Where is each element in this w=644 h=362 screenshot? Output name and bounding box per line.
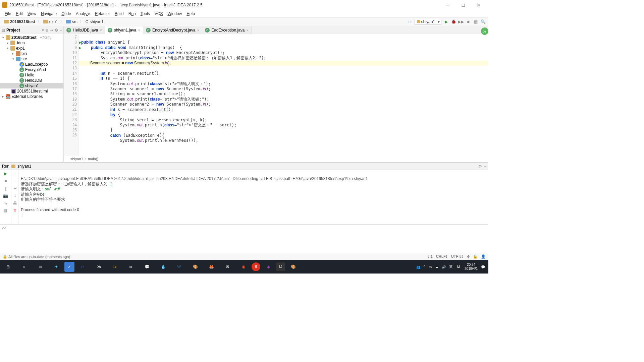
search-icon[interactable]: 🔍 [480, 19, 486, 24]
app-icon[interactable]: ✓ [64, 262, 74, 272]
app-icon[interactable]: 💧 [155, 260, 171, 274]
ime-mode[interactable]: M [456, 265, 461, 269]
app-icon[interactable]: ∞ [123, 260, 139, 274]
stop-button[interactable]: ■ [4, 179, 7, 183]
tree-hello[interactable]: CHello [0, 72, 63, 78]
tab-eadexception[interactable]: CEadException.java× [202, 26, 252, 34]
breadcrumb-root[interactable]: 20165318test [3, 19, 37, 24]
tray-chevron-icon[interactable]: ^ [424, 265, 425, 269]
menu-run[interactable]: Run [126, 11, 138, 17]
tree-root[interactable]: ▾20165318test F:\Git\j [0, 35, 63, 40]
tree-bin[interactable]: ▸bin [0, 51, 63, 56]
gear-icon[interactable]: ⚙ [55, 28, 58, 33]
start-button[interactable]: ⊞ [0, 260, 16, 274]
store-icon[interactable]: 🛍 [91, 260, 107, 274]
people-icon[interactable]: 👥 [416, 265, 420, 269]
menu-code[interactable]: Code [59, 11, 73, 17]
tree-shiyan1[interactable]: Cshiyan1 [0, 83, 63, 88]
menu-file[interactable]: File [3, 11, 13, 17]
menu-edit[interactable]: Edit [14, 11, 25, 17]
hide-icon[interactable]: − [60, 28, 62, 33]
status-line-sep[interactable]: CRLF‡ [436, 254, 448, 259]
inspection-badge[interactable]: 57 [481, 27, 488, 35]
taskview-icon[interactable]: ▭ [32, 260, 48, 274]
code-editor[interactable]: public class shiyan1 { public static voi… [78, 34, 488, 156]
tree-idea[interactable]: ▸.idea [0, 40, 63, 46]
pause-button[interactable]: ‖ [5, 186, 7, 191]
volume-icon[interactable]: 🔊 [442, 265, 446, 269]
scroll-from-source-icon[interactable]: ⊕ [45, 28, 49, 33]
close-icon[interactable]: × [100, 28, 102, 32]
onedrive-icon[interactable]: ☁ [435, 265, 438, 269]
cortana-icon[interactable]: ○ [16, 260, 32, 274]
run-config-combo[interactable]: shiyan1 [415, 19, 441, 25]
collapse-icon[interactable]: ⇥ [50, 28, 53, 33]
rerun-button[interactable]: ▶ [4, 171, 7, 176]
tree-iml[interactable]: ▦20165318test.iml [0, 88, 63, 94]
menu-navigate[interactable]: Navigate [39, 11, 59, 17]
vscode-icon[interactable]: ◆ [260, 260, 276, 274]
run-gutter-icon[interactable]: ▶ [79, 45, 82, 50]
print-button[interactable]: 🖶 [13, 201, 17, 205]
menu-analyze[interactable]: Analyze [74, 11, 92, 17]
firefox-icon[interactable]: 🦊 [203, 260, 219, 274]
minimize-button[interactable]: ─ [440, 0, 455, 10]
close-icon[interactable]: × [197, 28, 199, 32]
tab-encryptanddecrypt[interactable]: CEncryptAndDecrypt.java× [143, 26, 202, 34]
notifications-icon[interactable]: 💬 [481, 265, 485, 269]
update-project-icon[interactable]: ↓↑ [407, 19, 413, 24]
app-icon[interactable]: 🎨 [187, 260, 203, 274]
stop-button[interactable]: ■ [466, 19, 471, 24]
status-vcs-icon[interactable]: 🔒 [3, 254, 7, 259]
layout-button[interactable]: ▦ [4, 208, 7, 213]
close-icon[interactable]: × [138, 28, 140, 32]
status-hector-icon[interactable]: 👤 [481, 254, 486, 259]
menu-refactor[interactable]: Refactor [93, 11, 112, 17]
tree-external-libs[interactable]: ▸📚External Libraries [0, 94, 63, 99]
down-button[interactable]: ↓ [14, 179, 16, 183]
debug-button[interactable]: 🐞 [451, 19, 456, 24]
gutter[interactable]: 7 8▶ 9▶ 10111213141516171819202122232425… [64, 34, 78, 156]
hide-icon[interactable]: − [484, 164, 486, 169]
mail-icon[interactable]: ✉ [219, 260, 235, 274]
wrap-button[interactable]: ↩ [13, 186, 17, 191]
menu-window[interactable]: Window [165, 11, 184, 17]
status-encoding[interactable]: UTF-8‡ [451, 254, 464, 259]
status-lock-icon[interactable]: 🔒 [473, 254, 478, 259]
explorer-icon[interactable]: 🗂 [107, 260, 123, 274]
clock[interactable]: 20:242018/4/1 [465, 263, 478, 271]
menu-vcs[interactable]: VCS [153, 11, 165, 17]
tree-exp1[interactable]: ▾exp1 [0, 46, 63, 51]
menu-help[interactable]: Help [184, 11, 197, 17]
status-position[interactable]: 8:1 [428, 254, 433, 259]
run-button[interactable]: ▶ [443, 19, 449, 24]
close-icon[interactable]: × [247, 28, 249, 32]
breadcrumb-class[interactable]: Cshiyan1 [84, 19, 105, 24]
dropdown-icon[interactable]: ▾ [42, 28, 44, 33]
dump-button[interactable]: 📷 [3, 193, 8, 198]
battery-icon[interactable]: ▭ [429, 265, 432, 269]
coverage-button[interactable]: ▶▶ [458, 19, 464, 24]
tree-hellojdb[interactable]: CHelloJDB [0, 78, 63, 83]
up-button[interactable]: ↑ [14, 171, 16, 176]
intellij-icon[interactable]: IJ [276, 262, 285, 271]
menu-tools[interactable]: Tools [139, 11, 152, 17]
breadcrumb-src[interactable]: src [65, 19, 79, 24]
tree-src[interactable]: ▾src [0, 56, 63, 62]
breadcrumb-exp1[interactable]: exp1 [42, 19, 59, 24]
tree-encryptanddecrypt[interactable]: CEncryptAnd [0, 67, 63, 72]
app-icon[interactable]: ✦ [48, 260, 64, 274]
wechat-icon[interactable]: 💬 [139, 260, 155, 274]
word-icon[interactable]: W [171, 260, 187, 274]
tree-eadexception[interactable]: ⚡EadExceptio [0, 62, 63, 67]
maximize-button[interactable]: □ [455, 0, 471, 10]
app-icon[interactable]: 6 [252, 262, 260, 271]
edge-icon[interactable]: e [74, 260, 91, 274]
gear-icon[interactable]: ⚙ [478, 164, 482, 169]
editor-breadcrumb[interactable]: shiyan1 〉main() [64, 156, 488, 162]
tab-shiyan1[interactable]: Cshiyan1.java× [105, 26, 143, 34]
menu-build[interactable]: Build [113, 11, 126, 17]
ubuntu-icon[interactable]: ◉ [235, 260, 252, 274]
status-git-icon[interactable]: ᚖ [467, 254, 470, 259]
exit-button[interactable]: ↘ [4, 201, 7, 205]
